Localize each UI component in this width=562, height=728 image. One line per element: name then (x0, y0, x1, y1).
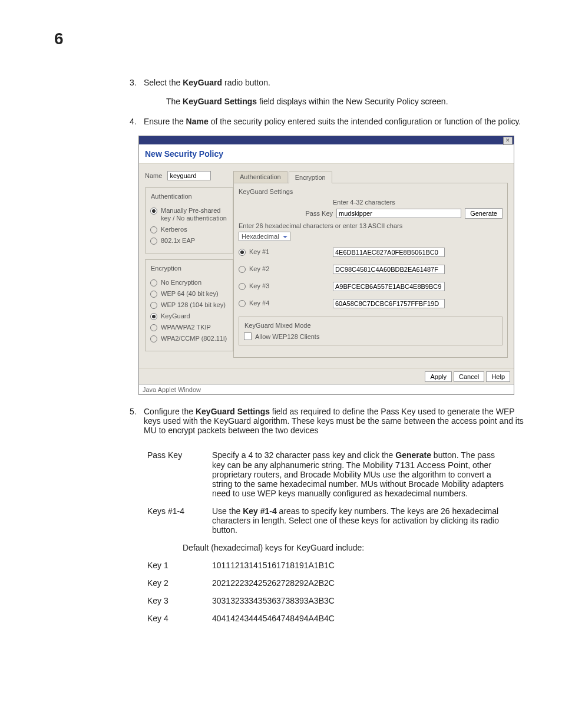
hex-note: Enter 26 hexadecimal characters or enter… (239, 222, 503, 229)
key2-input[interactable] (333, 265, 445, 274)
text: Ensure the (144, 117, 186, 126)
bold: Generate (395, 450, 431, 460)
radio-label: WEP 128 (104 bit key) (161, 301, 226, 309)
text: radio button. (222, 78, 270, 87)
radio-label: Manually Pre-shared key / No authenticat… (161, 207, 229, 222)
def-keys14: Keys #1-4 Use the Key #1-4 areas to spec… (147, 506, 527, 535)
radio-label: WEP 64 (40 bit key) (161, 290, 219, 298)
text: field displays within the New Security P… (257, 97, 448, 106)
apply-button[interactable]: Apply (425, 371, 452, 382)
radio-label: KeyGuard (161, 312, 190, 320)
allow-wep-label: Allow WEP128 Clients (255, 333, 319, 340)
radio-selected-icon[interactable] (150, 207, 157, 215)
mixed-mode-title: KeyGuard Mixed Mode (243, 322, 313, 329)
key-value: 101112131415161718191A1B1C (212, 561, 335, 570)
passkey-input[interactable] (336, 209, 461, 218)
def-term: Pass Key (147, 450, 212, 498)
key-label: Key #3 (249, 282, 269, 290)
key1-input[interactable] (333, 248, 445, 257)
bold: KeyGuard (183, 78, 222, 87)
text: of the security policy entered suits the… (209, 117, 521, 126)
default-keys-note: Default (hexadecimal) keys for KeyGuard … (183, 543, 527, 552)
bold: Name (186, 117, 209, 126)
step-4: 4. Ensure the Name of the security polic… (130, 117, 527, 126)
radio-icon[interactable] (150, 324, 157, 331)
key3-input[interactable] (333, 282, 445, 291)
key-label: Key #4 (249, 299, 269, 307)
def-passkey: Pass Key Specify a 4 to 32 character pas… (147, 450, 527, 498)
key-label: Key #1 (249, 248, 269, 256)
name-label: Name (145, 172, 162, 179)
kg-settings-title: KeyGuard Settings (239, 188, 503, 195)
text: The (166, 97, 183, 106)
key-name: Key 2 (147, 578, 212, 588)
passkey-label: Pass Key (239, 210, 336, 217)
format-select[interactable]: Hexadecimal (239, 232, 290, 241)
radio-label: 802.1x EAP (161, 237, 195, 245)
radio-label: No Encryption (161, 279, 201, 286)
radio-label: WPA2/CCMP (802.11i) (161, 335, 227, 342)
radio-icon[interactable] (239, 283, 246, 290)
key-label: Key #2 (249, 265, 269, 273)
step-3: 3. Select the KeyGuard radio button. (130, 78, 527, 87)
enter-chars-label: Enter 4-32 characters (333, 199, 503, 206)
generate-button[interactable]: Generate (465, 208, 503, 219)
step-num: 5. (130, 407, 144, 435)
bold: KeyGuard Settings (196, 407, 270, 416)
titlebar: ✕ (139, 136, 514, 144)
step-3-sub: The KeyGuard Settings field displays wit… (166, 97, 527, 106)
text: Specify a 4 to 32 character pass key and… (212, 450, 395, 460)
key-value: 404142434445464748494A4B4C (212, 614, 335, 623)
radio-selected-icon[interactable] (150, 313, 157, 320)
step-num: 3. (130, 78, 144, 87)
radio-icon[interactable] (239, 266, 246, 273)
key-name: Key 1 (147, 561, 212, 570)
key-value: 303132333435363738393A3B3C (212, 596, 335, 605)
key4-input[interactable] (333, 299, 445, 308)
radio-label: WPA/WPA2 TKIP (161, 324, 211, 331)
radio-selected-icon[interactable] (239, 249, 246, 256)
key-name: Key 3 (147, 596, 212, 605)
dialog-title: New Security Policy (139, 144, 514, 164)
enc-group: Encryption No Encryption WEP 64 (40 bit … (145, 259, 233, 351)
key-value: 202122232425262728292A2B2C (212, 578, 335, 588)
screenshot-dialog: ✕ New Security Policy Name Authenticatio… (138, 136, 514, 395)
group-title: Authentication (149, 193, 194, 200)
text: Select the (144, 78, 183, 87)
group-title: Encryption (149, 265, 183, 272)
bold: Mobility 7131 Access Point (363, 460, 468, 470)
page-number: 6 (54, 29, 527, 48)
radio-icon[interactable] (150, 291, 157, 298)
tab-encryption[interactable]: Encryption (289, 172, 332, 183)
key-name: Key 4 (147, 614, 212, 623)
tab-panel: KeyGuard Settings Enter 4-32 characters … (233, 183, 508, 358)
radio-icon[interactable] (150, 226, 157, 233)
auth-group: Authentication Manually Pre-shared key /… (145, 187, 233, 253)
java-applet-note: Java Applet Window (139, 384, 514, 394)
default-key-row: Key 4404142434445464748494A4B4C (147, 614, 527, 623)
bold: Key #1-4 (243, 506, 277, 516)
step-5: 5. Configure the KeyGuard Settings field… (130, 407, 527, 435)
close-icon[interactable]: ✕ (503, 137, 513, 145)
radio-label: Kerberos (161, 226, 187, 233)
bold: KeyGuard Settings (183, 97, 257, 106)
step-num: 4. (130, 117, 144, 126)
default-key-row: Key 3303132333435363738393A3B3C (147, 596, 527, 605)
tab-authentication[interactable]: Authentication (233, 171, 287, 183)
radio-icon[interactable] (150, 335, 157, 342)
radio-icon[interactable] (150, 279, 157, 286)
text: Use the (212, 506, 243, 516)
checkbox-icon[interactable] (244, 332, 252, 340)
default-key-row: Key 1101112131415161718191A1B1C (147, 561, 527, 570)
name-input[interactable] (167, 171, 211, 180)
text: Configure the (144, 407, 196, 416)
radio-icon[interactable] (150, 302, 157, 309)
radio-icon[interactable] (239, 300, 246, 307)
cancel-button[interactable]: Cancel (454, 371, 484, 382)
help-button[interactable]: Help (486, 371, 510, 382)
default-key-row: Key 2202122232425262728292A2B2C (147, 578, 527, 588)
radio-icon[interactable] (150, 238, 157, 245)
def-term: Keys #1-4 (147, 506, 212, 535)
